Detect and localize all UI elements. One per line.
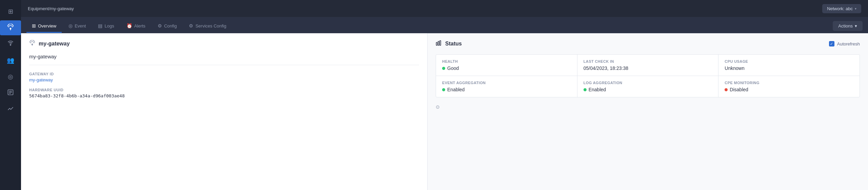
actions-chevron-icon: ▾ <box>855 23 857 28</box>
dashboard-icon: ⊞ <box>8 8 13 15</box>
autorefresh-checkbox[interactable]: ✓ <box>829 41 834 46</box>
event-aggregation-label: Event Aggregation <box>442 81 571 85</box>
status-panel-title: Status <box>436 40 462 48</box>
topbar: Equipment/my-gateway Network: abc ▾ <box>21 0 868 17</box>
log-aggregation-value: Enabled <box>584 87 712 92</box>
config-tab-icon: ⚙ <box>158 23 162 28</box>
tab-services-config-label: Services Config <box>195 23 226 28</box>
sidebar-item-gateway[interactable] <box>0 20 21 35</box>
sidebar-item-analytics[interactable] <box>0 102 21 117</box>
last-checkin-value: 05/04/2023, 18:23:38 <box>584 65 712 71</box>
cpu-usage-value: Unknown <box>725 65 853 71</box>
svg-rect-10 <box>438 41 439 45</box>
sidebar-item-reports[interactable] <box>0 86 21 100</box>
autorefresh-label: Autorefresh <box>837 41 860 46</box>
alerts-tab-icon: ⏰ <box>126 23 132 28</box>
main-area: Equipment/my-gateway Network: abc ▾ ⊞ Ov… <box>21 0 868 190</box>
autorefresh-control[interactable]: ✓ Autorefresh <box>829 41 860 46</box>
event-tab-icon: ◎ <box>68 23 73 28</box>
device-panel-title: my-gateway <box>29 40 419 48</box>
health-cell: Health Good <box>436 55 577 76</box>
cpe-monitoring-value: Disabled <box>725 87 853 92</box>
tab-alerts-label: Alerts <box>134 23 145 28</box>
device-panel-icon <box>29 40 35 48</box>
users-icon: 👥 <box>7 57 14 64</box>
actions-label: Actions <box>838 23 853 28</box>
hardware-uuid-group: Hardware UUID 5674ba83-32f8-4b6b-a34a-d9… <box>29 88 419 98</box>
cpu-usage-label: CPU Usage <box>725 59 853 63</box>
sidebar-item-wireless[interactable] <box>0 37 21 52</box>
event-aggregation-dot <box>442 88 445 91</box>
more-status-indicator: ⊙ <box>436 103 860 111</box>
cpe-monitoring-cell: CPE Monitoring Disabled <box>718 76 860 97</box>
tab-alerts[interactable]: ⏰ Alerts <box>121 20 151 33</box>
reports-icon <box>7 89 14 97</box>
svg-rect-9 <box>436 42 437 45</box>
status-header: Status ✓ Autorefresh <box>436 40 860 48</box>
log-aggregation-cell: Log Aggregation Enabled <box>577 76 718 97</box>
tabbar: ⊞ Overview ◎ Event ▤ Logs ⏰ Alerts ⚙ Con… <box>21 17 868 33</box>
tab-services-config[interactable]: ⚙ Services Config <box>183 20 232 33</box>
tab-event[interactable]: ◎ Event <box>63 20 91 33</box>
cpe-monitoring-dot <box>725 88 728 91</box>
last-checkin-cell: Last Check in 05/04/2023, 18:23:38 <box>577 55 718 76</box>
status-icon <box>436 40 442 48</box>
tab-config-label: Config <box>164 23 177 28</box>
analytics-icon <box>7 105 14 114</box>
network-label: Network: abc <box>827 6 853 11</box>
last-checkin-label: Last Check in <box>584 59 712 63</box>
hardware-uuid-label: Hardware UUID <box>29 88 419 92</box>
tab-event-label: Event <box>75 23 86 28</box>
hardware-uuid-value: 5674ba83-32f8-4b6b-a34a-d96af003ae48 <box>29 93 419 98</box>
svg-point-7 <box>32 44 33 45</box>
wireless-icon <box>7 40 14 49</box>
gateway-id-group: Gateway ID my-gateway <box>29 72 419 82</box>
status-panel: Status ✓ Autorefresh Health Good <box>428 33 868 190</box>
device-title-text: my-gateway <box>39 41 70 47</box>
svg-rect-11 <box>440 41 441 45</box>
log-aggregation-label: Log Aggregation <box>584 81 712 85</box>
breadcrumb: Equipment/my-gateway <box>28 6 74 11</box>
tab-logs[interactable]: ▤ Logs <box>93 20 119 33</box>
gateway-id-label: Gateway ID <box>29 72 419 76</box>
tab-config[interactable]: ⚙ Config <box>152 20 182 33</box>
event-aggregation-value: Enabled <box>442 87 571 92</box>
device-info-panel: my-gateway my-gateway Gateway ID my-gate… <box>21 33 428 190</box>
svg-point-2 <box>10 44 11 45</box>
network-selector-button[interactable]: Network: abc ▾ <box>822 4 861 13</box>
cpu-usage-cell: CPU Usage Unknown <box>718 55 860 76</box>
status-grid: Health Good Last Check in 05/04/2023, 18… <box>436 54 860 97</box>
status-title-text: Status <box>445 41 462 47</box>
tab-list: ⊞ Overview ◎ Event ▤ Logs ⏰ Alerts ⚙ Con… <box>26 20 232 33</box>
logs-tab-icon: ▤ <box>98 23 102 28</box>
tab-logs-label: Logs <box>104 23 114 28</box>
sidebar-item-location[interactable]: ◎ <box>0 69 21 84</box>
tab-overview[interactable]: ⊞ Overview <box>26 20 62 33</box>
network-chevron-icon: ▾ <box>855 7 856 11</box>
health-dot <box>442 67 445 70</box>
event-aggregation-cell: Event Aggregation Enabled <box>436 76 577 97</box>
gateway-id-value[interactable]: my-gateway <box>29 77 419 82</box>
overview-tab-icon: ⊞ <box>32 23 36 28</box>
location-icon: ◎ <box>8 73 13 80</box>
tab-overview-label: Overview <box>38 23 56 28</box>
health-label: Health <box>442 59 571 63</box>
cpe-monitoring-label: CPE Monitoring <box>725 81 853 85</box>
services-config-tab-icon: ⚙ <box>189 23 193 28</box>
sidebar-item-users[interactable]: 👥 <box>0 53 21 68</box>
sidebar-item-dashboard[interactable]: ⊞ <box>0 4 21 19</box>
log-aggregation-dot <box>584 88 587 91</box>
actions-button[interactable]: Actions ▾ <box>833 21 863 31</box>
sidebar: ⊞ 👥 ◎ <box>0 0 21 190</box>
gateway-icon <box>7 24 14 32</box>
device-name-display: my-gateway <box>29 54 419 65</box>
health-value: Good <box>442 65 571 71</box>
more-icon: ⊙ <box>436 104 440 110</box>
svg-point-0 <box>10 28 11 29</box>
content-area: my-gateway my-gateway Gateway ID my-gate… <box>21 33 868 190</box>
